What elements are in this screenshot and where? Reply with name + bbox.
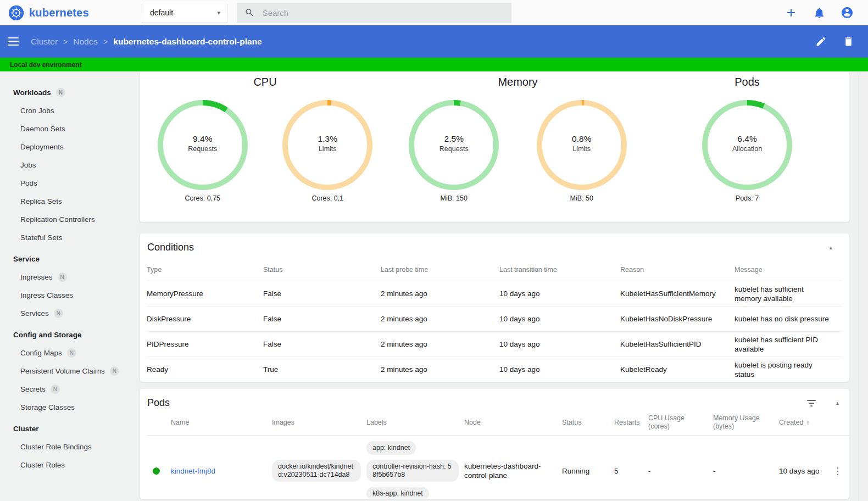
sidebar-item-cluster-roles[interactable]: Cluster Roles	[0, 456, 136, 474]
column-header-memory-usage: Memory Usage (bytes)	[713, 410, 779, 435]
donut-percent: 6.4%	[737, 134, 756, 144]
conditions-card: Conditions ▲ Type Status Last probe time…	[140, 233, 849, 382]
donut-caption: MiB: 150	[441, 194, 468, 202]
new-badge: N	[110, 366, 119, 376]
search-input[interactable]	[263, 8, 504, 18]
notifications-button[interactable]	[813, 6, 826, 19]
donut-caption: Cores: 0,1	[311, 194, 343, 202]
donut-label: Requests	[188, 145, 217, 153]
condition-message: kubelet has no disk pressure	[735, 307, 842, 331]
kubernetes-wheel-icon	[9, 5, 24, 20]
sidebar-item-cluster-role-bindings[interactable]: Cluster Role Bindings	[0, 438, 136, 456]
pod-node: kubernetes-dashboard-control-plane	[464, 436, 562, 499]
pod-label-chip: app: kindnet	[366, 441, 416, 455]
sidebar-item-pods[interactable]: Pods	[0, 174, 136, 192]
sidebar-item-deployments[interactable]: Deployments	[0, 138, 136, 156]
sidebar-item-secrets[interactable]: SecretsN	[0, 380, 136, 398]
donut-label: Limits	[319, 145, 337, 153]
column-header-images: Images	[272, 410, 366, 435]
logo-text: kubernetes	[29, 7, 89, 19]
memory-requests-donut: 2.5% Requests MiB: 150	[408, 99, 500, 202]
sidebar-item-cron-jobs[interactable]: Cron Jobs	[0, 102, 136, 120]
kubernetes-logo[interactable]: kubernetes	[0, 5, 142, 20]
scrollbar[interactable]	[860, 71, 868, 501]
sidebar-item-services[interactable]: ServicesN	[0, 304, 136, 322]
page-title: kubernetes-dashboard-control-plane	[113, 37, 261, 47]
pods-table-header: Name Images Labels Node Status Restarts …	[147, 410, 849, 435]
pod-labels: app: kindnet controller-revision-hash: 5…	[366, 441, 459, 499]
pod-name-link[interactable]: kindnet-fmj8d	[171, 466, 215, 476]
column-header-labels: Labels	[366, 410, 464, 435]
create-resource-button[interactable]	[784, 6, 798, 19]
condition-last-transition: 10 days ago	[499, 281, 620, 306]
column-header-type: Type	[147, 259, 263, 281]
sidebar-item-stateful-sets[interactable]: Stateful Sets	[0, 229, 136, 247]
table-row: MemoryPressure False 2 minutes ago 10 da…	[147, 281, 842, 306]
kebab-menu-icon[interactable]: ⋮	[833, 466, 842, 476]
new-badge: N	[58, 272, 67, 282]
conditions-title: Conditions	[147, 242, 194, 253]
sidebar-item-ingress-classes[interactable]: Ingress Classes	[0, 286, 136, 304]
sidebar-item-replication-controllers[interactable]: Replication Controllers	[0, 210, 136, 229]
donut-percent: 1.3%	[318, 134, 337, 144]
column-header-status: Status	[562, 410, 614, 435]
sidebar-item-storage-classes[interactable]: Storage Classes	[0, 398, 136, 416]
new-badge: N	[54, 309, 63, 318]
main-content: CPU 9.4% Requests Cores: 0,75	[136, 71, 860, 501]
plus-icon	[784, 6, 798, 19]
cpu-title: CPU	[140, 76, 390, 89]
collapse-icon[interactable]: ▲	[835, 400, 840, 406]
memory-limits-donut: 0.8% Limits MiB: 50	[536, 99, 628, 202]
condition-last-transition: 10 days ago	[499, 357, 620, 382]
environment-banner: Local dev environment	[0, 58, 868, 71]
pencil-icon	[815, 36, 827, 47]
breadcrumb-cluster[interactable]: Cluster	[31, 37, 58, 47]
edit-button[interactable]	[814, 35, 827, 48]
condition-reason: KubeletReady	[620, 357, 735, 382]
sidebar-item-jobs[interactable]: Jobs	[0, 156, 136, 174]
pods-section-title: Pods	[147, 397, 170, 409]
trash-icon	[843, 36, 854, 47]
donut-caption: Cores: 0,75	[185, 194, 220, 202]
pods-card: Pods ▲ Name Images Labels Node Status Re…	[140, 389, 849, 499]
condition-last-probe: 2 minutes ago	[381, 281, 499, 306]
namespace-selector[interactable]: default ▾	[142, 3, 227, 23]
column-header-actions	[833, 410, 849, 435]
condition-type: Ready	[147, 357, 263, 382]
sidebar-item-config-maps[interactable]: Config MapsN	[0, 344, 136, 362]
search-icon	[244, 7, 255, 18]
cpu-limits-donut: 1.3% Limits Cores: 0,1	[281, 99, 374, 202]
sidebar-item-replica-sets[interactable]: Replica Sets	[0, 192, 136, 210]
collapse-icon[interactable]: ▲	[828, 245, 833, 250]
new-badge: N	[51, 385, 60, 394]
allocation-card: CPU 9.4% Requests Cores: 0,75	[140, 71, 849, 222]
pod-restarts: 5	[614, 436, 648, 499]
account-button[interactable]	[841, 6, 854, 19]
column-header-created[interactable]: Created↑	[779, 410, 833, 435]
filter-icon[interactable]	[806, 400, 816, 407]
delete-button[interactable]	[842, 35, 855, 48]
chevron-down-icon: ▾	[217, 9, 220, 16]
sidebar-item-persistent-volume-claims[interactable]: Persistent Volume ClaimsN	[0, 362, 136, 380]
sidebar-section-cluster: Cluster	[0, 420, 136, 438]
condition-last-probe: 2 minutes ago	[381, 357, 499, 382]
donut-percent: 0.8%	[572, 134, 591, 144]
column-header-status: Status	[263, 259, 381, 281]
condition-message: kubelet has sufficient PID available	[735, 332, 842, 357]
node-actions	[814, 35, 855, 48]
condition-status: False	[263, 332, 381, 357]
menu-button[interactable]	[8, 35, 21, 48]
new-badge: N	[56, 88, 65, 97]
user-icon	[841, 6, 854, 19]
search-bar	[237, 3, 511, 23]
column-header-last-transition-time: Last transition time	[499, 259, 620, 281]
table-row[interactable]: kindnet-fmj8d docker.io/kindest/kindnetd…	[147, 435, 849, 499]
breadcrumb-nodes[interactable]: Nodes	[73, 37, 98, 47]
table-row: DiskPressure False 2 minutes ago 10 days…	[147, 306, 842, 331]
column-header-status-dot	[147, 410, 171, 435]
condition-last-transition: 10 days ago	[499, 332, 620, 357]
column-header-restarts: Restarts	[614, 410, 648, 435]
sidebar-item-daemon-sets[interactable]: Daemon Sets	[0, 120, 136, 138]
sidebar-item-ingresses[interactable]: IngressesN	[0, 268, 136, 286]
memory-title: Memory	[390, 76, 646, 89]
